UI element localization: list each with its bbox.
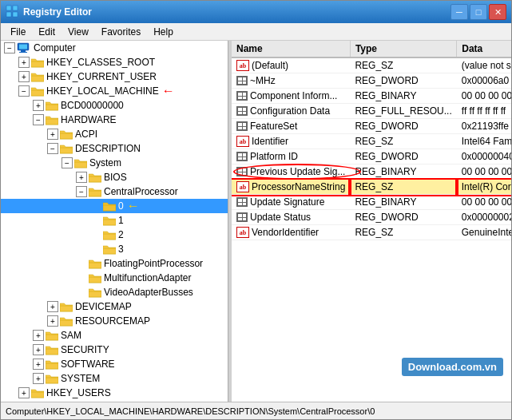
registry-editor-window: Registry Editor ─ □ ✕ File Edit View Fav… <box>0 0 512 420</box>
cell-data: 00 00 00 00 01 <box>457 164 511 180</box>
tree-row-computer[interactable]: − Computer <box>1 41 228 55</box>
table-row[interactable]: Configuration DataREG_FULL_RESOU...ff ff… <box>232 104 511 119</box>
tree-row-bcd[interactable]: + BCD00000000 <box>1 98 228 113</box>
tree-row-hkcr[interactable]: + HKEY_CLASSES_ROOT <box>1 55 228 69</box>
expand-hkusers[interactable]: + <box>18 387 30 398</box>
tree-label-system2: SYSTEM <box>61 373 100 384</box>
menu-edit[interactable]: Edit <box>32 25 62 39</box>
tree-row-fp[interactable]: FloatingPointProcessor <box>1 256 228 271</box>
tree-row-hklm[interactable]: − HKEY_LOCAL_MACHINE ← <box>1 84 228 98</box>
cell-data: Intel64 Fami <box>457 134 511 149</box>
maximize-button[interactable]: □ <box>470 4 487 20</box>
expand-bcd[interactable]: + <box>33 100 44 111</box>
tree-row-cp1[interactable]: 1 <box>1 213 228 228</box>
expand-centralprocessor[interactable]: − <box>76 186 87 197</box>
cell-data: 00 00 00 00 01 <box>457 195 511 210</box>
expand-acpi[interactable]: + <box>47 129 58 140</box>
expand-bios[interactable]: + <box>76 172 87 183</box>
table-row[interactable]: Update StatusREG_DWORD0x00000002 ( <box>232 210 511 225</box>
tree-row-cp0[interactable]: 0 ← <box>1 199 228 213</box>
cell-name: abVendorIdentifier <box>232 225 350 240</box>
tree-row-centralprocessor[interactable]: − CentralProcessor <box>1 184 228 199</box>
expand-security[interactable]: + <box>33 344 44 355</box>
tree-row-acpi[interactable]: + ACPI <box>1 127 228 141</box>
cell-name: Component Inform... <box>232 89 350 104</box>
expand-hkcr[interactable]: + <box>18 57 30 68</box>
tree-row-software[interactable]: + SOFTWARE <box>1 357 228 371</box>
table-row[interactable]: ~MHzREG_DWORD0x00006a0 ( <box>232 73 511 89</box>
table-row[interactable]: ab(Default)REG_SZ(value not se <box>232 57 511 73</box>
tree-row-system2[interactable]: + SYSTEM <box>1 371 228 386</box>
tree-node-resourcemap: + RESOURCEMAP <box>1 314 228 328</box>
svg-rect-11 <box>46 105 58 110</box>
registry-table: Name Type Data ab(Default)REG_SZ(value n… <box>232 41 511 240</box>
expand-software[interactable]: + <box>33 359 44 370</box>
type-icon-grid <box>236 167 248 176</box>
cell-type: REG_BINARY <box>350 195 456 210</box>
tree-node-system2: + SYSTEM <box>1 371 228 386</box>
tree-row-hkusers[interactable]: + HKEY_USERS <box>1 386 228 400</box>
menu-favorites[interactable]: Favorites <box>95 25 147 39</box>
expand-hklm[interactable]: − <box>18 85 30 97</box>
tree-row-bios[interactable]: + BIOS <box>1 170 228 184</box>
cell-name-text: Identifier <box>252 136 288 147</box>
table-row[interactable]: Platform IDREG_DWORD0x00000040 ( <box>232 149 511 164</box>
cell-type: REG_BINARY <box>350 89 456 104</box>
tree-row-description[interactable]: − DESCRIPTION <box>1 141 228 156</box>
folder-icon-hkcr <box>31 57 44 68</box>
tree-pane[interactable]: − Computer + <box>1 41 228 402</box>
table-row[interactable]: abVendorIdentifierREG_SZGenuineInte <box>232 225 511 240</box>
tree-row-hkcu[interactable]: + HKEY_CURRENT_USER <box>1 69 228 84</box>
type-icon-grid <box>236 212 248 222</box>
svg-rect-18 <box>103 205 116 211</box>
cell-type: REG_SZ <box>350 134 456 149</box>
tree-row-hardware[interactable]: − HARDWARE <box>1 113 228 127</box>
folder-icon-cp1 <box>103 216 116 226</box>
table-row[interactable]: FeatureSetREG_DWORD0x21193ffe (5 <box>232 119 511 134</box>
close-button[interactable]: ✕ <box>489 4 506 20</box>
expand-hkcu[interactable]: + <box>18 71 30 82</box>
expand-hardware[interactable]: − <box>33 114 44 125</box>
svg-rect-25 <box>60 306 73 311</box>
expand-resourcemap[interactable]: + <box>47 315 58 327</box>
tree-label-centralprocessor: CentralProcessor <box>104 186 178 197</box>
expand-sam[interactable]: + <box>33 330 44 341</box>
table-row[interactable]: Component Inform...REG_BINARY00 00 00 00… <box>232 89 511 104</box>
cell-data: 0x00006a0 ( <box>457 73 511 89</box>
menu-file[interactable]: File <box>4 25 32 39</box>
tree-node-computer: − Computer + <box>1 41 228 400</box>
folder-icon-hkusers <box>31 388 44 398</box>
table-row[interactable]: abProcessorNameStringREG_SZIntel(R) Core <box>232 180 511 195</box>
table-row[interactable]: abIdentifierREG_SZIntel64 Fami <box>232 134 511 149</box>
tree-row-devicemap[interactable]: + DEVICEMAP <box>1 299 228 314</box>
expand-system[interactable]: − <box>62 157 73 168</box>
folder-icon-centralprocessor <box>89 187 101 197</box>
tree-row-vab[interactable]: VideoAdapterBusses <box>1 285 228 299</box>
expand-devicemap[interactable]: + <box>47 301 58 312</box>
tree-row-system[interactable]: − System <box>1 156 228 170</box>
expand-description[interactable]: − <box>47 143 58 154</box>
col-name[interactable]: Name <box>232 41 350 57</box>
tree-node-software: + SOFTWARE <box>1 357 228 371</box>
expand-computer[interactable]: − <box>4 42 15 53</box>
tree-row-security[interactable]: + SECURITY <box>1 343 228 357</box>
col-data[interactable]: Data <box>457 41 511 57</box>
table-row[interactable]: Update SignatureREG_BINARY00 00 00 00 01 <box>232 195 511 210</box>
menu-view[interactable]: View <box>62 25 95 39</box>
tree-label-bcd: BCD00000000 <box>61 100 124 111</box>
col-type[interactable]: Type <box>350 41 456 57</box>
svg-rect-12 <box>46 119 58 125</box>
tree-label-hkusers: HKEY_USERS <box>46 387 111 398</box>
tree-node-mfa: MultifunctionAdapter <box>1 271 228 285</box>
tree-row-cp3[interactable]: 3 <box>1 242 228 256</box>
tree-row-mfa[interactable]: MultifunctionAdapter <box>1 271 228 285</box>
table-row[interactable]: Previous Update Sig...REG_BINARY00 00 00… <box>232 164 511 180</box>
tree-row-resourcemap[interactable]: + RESOURCEMAP <box>1 314 228 328</box>
tree-row-cp2[interactable]: 2 <box>1 228 228 242</box>
svg-rect-8 <box>31 61 44 67</box>
menu-help[interactable]: Help <box>147 25 180 39</box>
folder-icon-hardware <box>46 115 58 125</box>
minimize-button[interactable]: ─ <box>450 4 468 20</box>
tree-row-sam[interactable]: + SAM <box>1 328 228 343</box>
expand-system2[interactable]: + <box>33 373 44 384</box>
